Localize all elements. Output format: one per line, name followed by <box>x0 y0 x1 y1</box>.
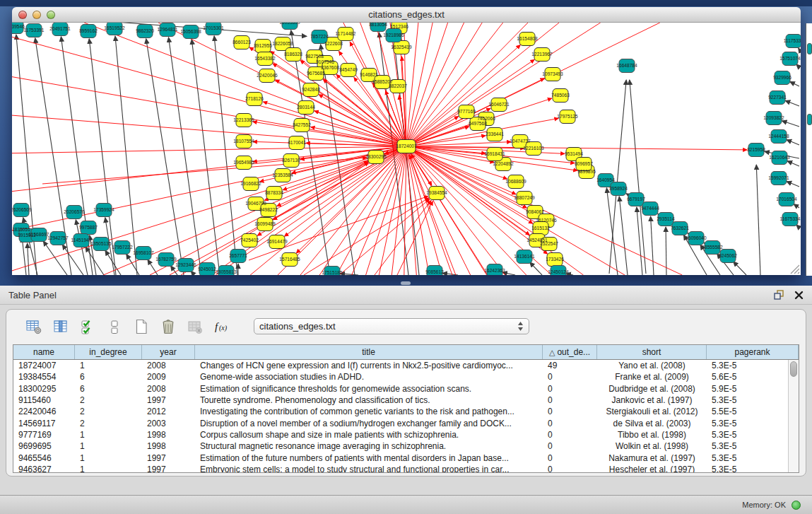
table-row[interactable]: 969969511998Structural magnetic resonanc… <box>13 440 799 452</box>
graph-node-label: 8454749 <box>339 67 358 72</box>
table-cell: 18724007 <box>13 361 75 370</box>
graph-node-label: 17015301 <box>203 25 224 30</box>
graph-node-label: 12353584 <box>272 173 293 177</box>
graph-node-label: 9242848 <box>302 87 320 92</box>
column-header-label: out_de... <box>557 347 590 357</box>
table-row[interactable]: 946362711997Embryonic stem cells: a mode… <box>13 464 799 472</box>
table-cell: 1997 <box>142 465 195 472</box>
network-canvas[interactable]: 1872400718300295193845548660123891295518… <box>12 23 801 275</box>
memory-status-label: Memory: OK <box>742 501 786 509</box>
column-visibility-icon[interactable] <box>52 317 70 336</box>
column-header-short[interactable]: short <box>597 345 707 359</box>
table-cell: 0 <box>543 419 597 428</box>
graph-node-label: 2367608 <box>321 65 339 70</box>
delete-icon[interactable] <box>159 317 177 336</box>
table-panel: Table Panel f(x) citations_edges.txt <box>0 286 812 514</box>
graph-node-label: 20206576 <box>64 209 85 214</box>
table-cell: 2 <box>75 419 142 428</box>
graph-node-label: 1640954 <box>596 177 615 182</box>
graph-node-label: 9227341 <box>768 95 787 100</box>
scrollbar-thumb[interactable] <box>790 361 797 377</box>
graph-node-label: 12204892 <box>493 161 514 166</box>
graph-node-label: 17975125 <box>557 114 578 119</box>
graph-node-label: 15992071 <box>768 175 789 180</box>
table-cell: 5.5E-5 <box>707 407 799 416</box>
table-row[interactable]: 2242004622012Investigating the contribut… <box>13 406 799 417</box>
graph-node-label: 4170041 <box>288 140 306 145</box>
panel-splitter-handle[interactable] <box>401 281 411 285</box>
graph-node-label: 9975887 <box>79 225 98 230</box>
table-cell: 5.3E-5 <box>707 441 799 451</box>
table-row[interactable]: 911546021997Tourette syndrome. Phenomeno… <box>13 395 799 406</box>
function-builder-icon[interactable]: f(x) <box>213 317 231 336</box>
column-header-pagerank[interactable]: pagerank <box>707 345 799 359</box>
table-cell: Yano et al. (2008) <box>597 361 707 370</box>
table-cell: 1 <box>75 465 142 472</box>
table-row[interactable]: 1938455462009Genome-wide association stu… <box>13 371 799 382</box>
table-row[interactable]: 946554611997Estimation of the future num… <box>13 452 799 463</box>
column-header-name[interactable]: name <box>13 345 75 359</box>
graph-node-label: 22420046 <box>257 73 278 78</box>
graph-node-label: 8186328 <box>284 52 302 57</box>
table-cell: Tourette syndrome. Phenomenology and cla… <box>195 395 543 405</box>
graph-node-label: 1615132 <box>531 226 550 230</box>
table-cell: 2008 <box>142 384 195 394</box>
column-header-year[interactable]: year <box>142 345 195 359</box>
column-header-title[interactable]: title <box>195 345 543 359</box>
graph-node-label: 11675334 <box>780 216 801 221</box>
graph-node-label: 18807249 <box>514 195 535 200</box>
graph-node-label: 16958107 <box>133 250 154 255</box>
table-settings-icon[interactable] <box>25 317 43 336</box>
table-cell: 6 <box>75 372 142 382</box>
new-table-icon[interactable] <box>132 317 151 336</box>
graph-node-label: 9777169 <box>457 109 476 114</box>
graph-node-label: 19166822 <box>240 181 261 186</box>
column-header-label: year <box>160 347 176 357</box>
node-table: namein_degreeyeartitle△out_de...shortpag… <box>13 344 799 473</box>
graph-node-label: 2718126 <box>245 96 264 101</box>
graph-node-label: 16046721 <box>488 102 510 107</box>
select-all-icon[interactable] <box>78 317 97 336</box>
graph-node-label: 12216103 <box>523 146 544 151</box>
close-panel-icon[interactable] <box>794 291 804 300</box>
table-row[interactable]: 1456911722003Disruption of a novel membe… <box>13 417 799 428</box>
table-cell: Disruption of a novel member of a sodium… <box>195 419 543 428</box>
graph-node-label: 9899895 <box>577 169 596 174</box>
graph-node-label: 7462066 <box>477 116 495 121</box>
table-cell: 2009 <box>142 372 195 382</box>
column-header-in_degree[interactable]: in_degree <box>75 345 142 359</box>
graph-node-label: 7857224 <box>310 34 329 39</box>
graph-node-label: 17016504 <box>776 197 797 201</box>
graph-node-label: 10973493 <box>542 71 563 76</box>
table-cell: 5.3E-5 <box>707 430 799 440</box>
close-window-button[interactable] <box>18 11 27 19</box>
graph-node-label: 9329966 <box>773 75 792 80</box>
vertical-scrollbar[interactable] <box>788 360 799 472</box>
table-panel-header: Table Panel <box>0 286 812 305</box>
table-row[interactable]: 977716911998Corpus callosum shape and si… <box>13 429 799 440</box>
deselect-all-icon[interactable] <box>105 317 124 336</box>
table-cell: 2012 <box>142 407 195 416</box>
table-panel-title: Table Panel <box>8 290 57 300</box>
table-cell: 0 <box>543 465 597 472</box>
zoom-window-button[interactable] <box>47 11 55 19</box>
table-selector-dropdown[interactable]: citations_edges.txt <box>254 318 529 334</box>
graph-node-label: 8959162 <box>79 28 98 33</box>
minimize-window-button[interactable] <box>33 11 41 19</box>
graph-node-label: 16242363 <box>484 268 505 273</box>
table-row[interactable]: 1830029562008Estimation of significance … <box>13 383 799 395</box>
graph-node-label: 8267130 <box>282 158 300 163</box>
resize-grip-icon[interactable] <box>791 265 799 274</box>
graph-node-label: 16096040 <box>686 235 707 240</box>
table-cell: 9463627 <box>13 465 75 472</box>
table-row[interactable]: 1872400712008Changes of HCN gene express… <box>13 360 799 371</box>
graph-node-label: 6679197 <box>627 197 645 201</box>
window-title-bar[interactable]: citations_edges.txt <box>12 7 801 23</box>
graph-node-label: 8958924 <box>609 186 628 191</box>
column-header-out_de[interactable]: △out_de... <box>543 345 597 359</box>
table-cell: Jankovic et al. (1997) <box>597 395 707 405</box>
float-panel-icon[interactable] <box>773 289 784 300</box>
graph-node-label: 16325419 <box>391 45 412 49</box>
table-cell: Embryonic stem cells: a model to study s… <box>195 465 543 472</box>
table-cell: 5.3E-5 <box>707 419 799 428</box>
